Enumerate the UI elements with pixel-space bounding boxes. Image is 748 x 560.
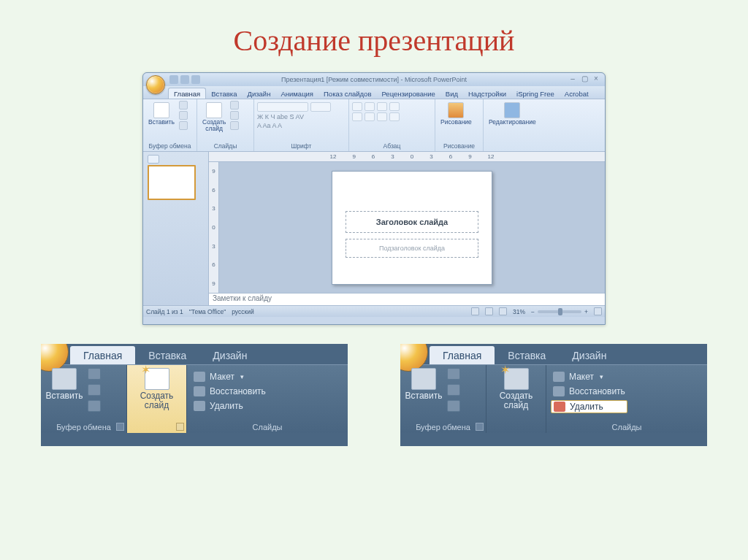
tab-home[interactable]: Главная (430, 346, 495, 364)
ruler-tick: 6 (372, 153, 375, 160)
copy-icon[interactable] (179, 111, 188, 120)
closeup-delete-hover: Главная Вставка Дизайн Вставить Буфер (400, 344, 707, 446)
chevron-down-icon: ▾ (240, 373, 244, 380)
view-slideshow-icon[interactable] (499, 307, 507, 315)
align-justify-icon[interactable] (389, 112, 400, 121)
minimize-icon[interactable]: – (568, 74, 577, 83)
new-slide-button[interactable]: Создать слайд (200, 101, 228, 134)
tab-home[interactable]: Главная (70, 346, 135, 364)
view-normal-icon[interactable] (471, 307, 479, 315)
font-size-combo[interactable] (310, 102, 331, 112)
powerpoint-window: Презентация1 [Режим совместимости] - Mic… (142, 72, 606, 325)
close-icon[interactable]: × (592, 74, 600, 83)
quick-access-toolbar[interactable] (169, 75, 200, 84)
ruler-tick: 0 (212, 224, 215, 231)
format-painter-icon[interactable] (88, 400, 101, 412)
font-family-combo[interactable] (257, 102, 308, 112)
paste-label: Вставить (148, 119, 175, 126)
align-center-icon[interactable] (365, 112, 375, 121)
numbering-icon[interactable] (365, 102, 375, 111)
editing-button[interactable]: Редактирование (486, 101, 538, 127)
tab-view[interactable]: Вид (440, 88, 463, 99)
new-slide-button[interactable]: Создать слайд (497, 368, 535, 410)
new-slide-icon (504, 368, 529, 390)
layout-button[interactable]: Макет▾ (191, 371, 268, 383)
drawing-button[interactable]: Рисование (438, 101, 474, 127)
dropdown-icon[interactable] (176, 423, 184, 431)
redo-icon[interactable] (191, 75, 200, 84)
format-painter-icon[interactable] (179, 121, 188, 130)
layout-icon[interactable] (230, 101, 239, 110)
copy-icon[interactable] (88, 384, 101, 396)
office-button[interactable] (146, 75, 165, 94)
notes-pane[interactable]: Заметки к слайду (209, 293, 605, 305)
ruler-tick: 9 (468, 153, 471, 160)
slide[interactable]: Заголовок слайда Подзаголовок слайда (332, 171, 492, 285)
zoom-in-icon[interactable]: + (584, 308, 588, 315)
paste-button[interactable]: Вставить (146, 101, 177, 127)
group-editing-label (486, 149, 541, 150)
paste-button[interactable]: Вставить (405, 368, 443, 401)
drawing-icon (448, 102, 464, 118)
slide-canvas[interactable]: Заголовок слайда Подзаголовок слайда (219, 162, 605, 293)
dialog-launcher-icon[interactable] (116, 423, 124, 431)
reset-label: Восстановить (210, 386, 266, 396)
copy-icon[interactable] (447, 384, 460, 396)
group-new-slide-highlight: Создать слайд (127, 365, 187, 433)
delete-icon[interactable] (230, 121, 239, 130)
bullets-icon[interactable] (352, 102, 362, 111)
tab-design[interactable]: Дизайн (559, 346, 619, 364)
tab-design[interactable]: Дизайн (199, 346, 260, 364)
tab-acrobat[interactable]: Acrobat (560, 88, 594, 99)
align-right-icon[interactable] (377, 112, 387, 121)
page-title: Создание презентаций (0, 0, 748, 72)
fit-window-icon[interactable] (594, 307, 602, 315)
cut-icon[interactable] (447, 368, 460, 380)
paste-button[interactable]: Вставить (45, 368, 83, 401)
tab-animation[interactable]: Анимация (275, 88, 318, 99)
slide-thumbnails-pane[interactable] (143, 152, 209, 305)
tab-design[interactable]: Дизайн (242, 88, 275, 99)
status-bar: Слайд 1 из 1 "Тема Office" русский 31% −… (143, 305, 605, 317)
tab-review[interactable]: Рецензирование (376, 88, 440, 99)
restore-icon[interactable]: ▢ (580, 74, 589, 83)
delete-button[interactable]: Удалить (191, 400, 268, 412)
paste-icon (153, 102, 169, 118)
tab-insert[interactable]: Вставка (206, 88, 242, 99)
view-sorter-icon[interactable] (485, 307, 493, 315)
status-slide-count: Слайд 1 из 1 (146, 308, 183, 315)
reset-icon[interactable] (230, 111, 239, 120)
subtitle-placeholder[interactable]: Подзаголовок слайда (346, 239, 478, 258)
tab-insert[interactable]: Вставка (495, 346, 559, 364)
tab-ispring[interactable]: iSpring Free (511, 88, 560, 99)
slide-thumbnail-1[interactable] (148, 165, 196, 200)
chevron-down-icon: ▾ (600, 373, 603, 380)
cut-icon[interactable] (88, 368, 101, 380)
tab-home[interactable]: Главная (168, 88, 206, 99)
layout-button[interactable]: Макет▾ (551, 371, 627, 383)
cut-icon[interactable] (179, 101, 188, 110)
reset-button[interactable]: Восстановить (191, 386, 268, 397)
ruler-tick: 3 (212, 205, 215, 212)
layout-icon (553, 372, 565, 382)
title-placeholder[interactable]: Заголовок слайда (346, 211, 478, 233)
zoom-percent: 31% (513, 308, 525, 315)
zoom-slider[interactable]: − + (531, 308, 588, 315)
new-slide-button[interactable]: Создать слайд (138, 368, 176, 410)
tab-addins[interactable]: Надстройки (463, 88, 511, 99)
reset-button[interactable]: Восстановить (551, 386, 627, 397)
undo-icon[interactable] (180, 75, 189, 84)
tab-slideshow[interactable]: Показ слайдов (318, 88, 376, 99)
dialog-launcher-icon[interactable] (476, 423, 484, 431)
indent-dec-icon[interactable] (377, 102, 387, 111)
zoom-track[interactable] (538, 310, 581, 313)
format-painter-icon[interactable] (447, 400, 460, 412)
align-left-icon[interactable] (352, 112, 362, 121)
save-icon[interactable] (169, 75, 178, 84)
indent-inc-icon[interactable] (389, 102, 400, 111)
delete-button-hover[interactable]: Удалить (551, 400, 627, 413)
tab-insert[interactable]: Вставка (135, 346, 199, 364)
titlebar: Презентация1 [Режим совместимости] - Mic… (143, 73, 605, 86)
ruler-tick: 12 (330, 153, 337, 160)
zoom-out-icon[interactable]: − (531, 308, 535, 315)
